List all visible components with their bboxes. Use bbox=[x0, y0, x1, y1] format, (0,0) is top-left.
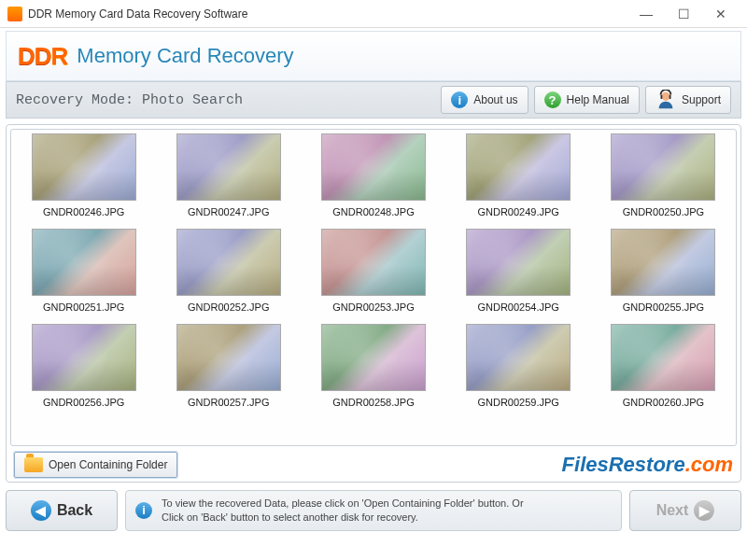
thumbnail-image bbox=[466, 324, 571, 391]
support-icon bbox=[655, 90, 676, 110]
thumbnail-image bbox=[611, 229, 715, 296]
open-row: Open Containing Folder FilesRestore.com bbox=[10, 452, 737, 478]
thumbnail-image bbox=[32, 229, 136, 296]
titlebar: DDR Memory Card Data Recovery Software —… bbox=[0, 0, 747, 28]
help-label: Help Manual bbox=[567, 93, 629, 106]
thumbnail-image bbox=[176, 133, 281, 201]
filename-label: GNDR00257.JPG bbox=[188, 397, 269, 408]
hint-panel: i To view the recovered Data, please cli… bbox=[125, 490, 622, 531]
logo: DDR bbox=[18, 42, 67, 71]
info-icon: i bbox=[451, 91, 468, 108]
thumbnail-item[interactable]: GNDR00252.JPG bbox=[158, 229, 299, 320]
thumbnail-item[interactable]: GNDR00259.JPG bbox=[448, 324, 589, 415]
close-button[interactable]: ✕ bbox=[702, 1, 740, 27]
thumbnail-item[interactable]: GNDR00246.JPG bbox=[13, 133, 154, 225]
thumbnail-image bbox=[176, 229, 281, 296]
thumbnail-grid: GNDR00246.JPGGNDR00247.JPGGNDR00248.JPGG… bbox=[11, 130, 736, 419]
filename-label: GNDR00253.JPG bbox=[332, 301, 414, 313]
filename-label: GNDR00251.JPG bbox=[43, 301, 124, 313]
thumbnail-item[interactable]: GNDR00260.JPG bbox=[593, 324, 734, 415]
help-icon: ? bbox=[544, 91, 561, 108]
open-containing-folder-button[interactable]: Open Containing Folder bbox=[14, 452, 177, 478]
thumbnail-item[interactable]: GNDR00257.JPG bbox=[158, 324, 299, 415]
filename-label: GNDR00256.JPG bbox=[43, 397, 124, 408]
thumbnail-image bbox=[32, 133, 136, 201]
filename-label: GNDR00259.JPG bbox=[477, 397, 558, 408]
thumbnail-image bbox=[466, 229, 571, 296]
thumbnail-image bbox=[321, 324, 426, 391]
thumbnail-grid-scroll[interactable]: GNDR00246.JPGGNDR00247.JPGGNDR00248.JPGG… bbox=[10, 129, 737, 446]
open-folder-label: Open Containing Folder bbox=[49, 458, 167, 471]
svg-point-0 bbox=[661, 92, 669, 101]
thumbnail-image bbox=[321, 133, 426, 201]
svg-rect-2 bbox=[669, 95, 671, 100]
mode-bar: Recovery Mode: Photo Search i About us ?… bbox=[6, 81, 741, 119]
filename-label: GNDR00247.JPG bbox=[188, 206, 269, 217]
help-button[interactable]: ? Help Manual bbox=[534, 86, 640, 114]
thumbnail-item[interactable]: GNDR00256.JPG bbox=[13, 324, 154, 415]
thumbnail-image bbox=[321, 229, 426, 296]
info-icon: i bbox=[135, 502, 152, 519]
filename-label: GNDR00249.JPG bbox=[477, 206, 558, 217]
filename-label: GNDR00250.JPG bbox=[623, 206, 704, 217]
filename-label: GNDR00258.JPG bbox=[332, 397, 414, 408]
filename-label: GNDR00252.JPG bbox=[188, 301, 269, 313]
next-button: Next ▶ bbox=[629, 490, 741, 531]
hint-line-2: Click on 'Back' button to select another… bbox=[162, 511, 524, 525]
thumbnail-item[interactable]: GNDR00247.JPG bbox=[158, 133, 299, 225]
thumbnail-item[interactable]: GNDR00255.JPG bbox=[593, 229, 734, 320]
thumbnail-image bbox=[611, 324, 715, 391]
filename-label: GNDR00248.JPG bbox=[332, 206, 414, 217]
thumbnail-image bbox=[32, 324, 136, 391]
svg-rect-1 bbox=[660, 95, 662, 100]
support-button[interactable]: Support bbox=[645, 86, 731, 114]
thumbnail-item[interactable]: GNDR00258.JPG bbox=[303, 324, 444, 415]
next-label: Next bbox=[656, 502, 689, 519]
about-button[interactable]: i About us bbox=[441, 86, 528, 114]
thumbnail-image bbox=[466, 133, 571, 201]
filename-label: GNDR00246.JPG bbox=[43, 206, 124, 217]
product-name: Memory Card Recovery bbox=[77, 44, 293, 68]
thumbnail-item[interactable]: GNDR00248.JPG bbox=[303, 133, 444, 225]
filename-label: GNDR00254.JPG bbox=[477, 301, 558, 313]
thumbnail-item[interactable]: GNDR00253.JPG bbox=[303, 229, 444, 320]
support-label: Support bbox=[682, 93, 721, 106]
maximize-button[interactable]: ☐ bbox=[665, 1, 702, 27]
thumbnail-item[interactable]: GNDR00249.JPG bbox=[448, 133, 589, 225]
minimize-button[interactable]: — bbox=[627, 1, 665, 27]
thumbnail-item[interactable]: GNDR00250.JPG bbox=[593, 133, 734, 225]
thumbnail-item[interactable]: GNDR00251.JPG bbox=[13, 229, 154, 320]
back-button[interactable]: ◀ Back bbox=[6, 490, 118, 531]
app-icon bbox=[7, 7, 22, 21]
footer: ◀ Back i To view the recovered Data, ple… bbox=[6, 490, 741, 531]
recovery-mode-label: Recovery Mode: Photo Search bbox=[16, 92, 435, 108]
hint-line-1: To view the recovered Data, please click… bbox=[162, 497, 524, 511]
thumbnail-image bbox=[611, 133, 715, 201]
about-label: About us bbox=[473, 93, 517, 106]
next-arrow-icon: ▶ bbox=[694, 500, 714, 521]
filename-label: GNDR00260.JPG bbox=[623, 397, 704, 408]
back-label: Back bbox=[57, 502, 92, 519]
folder-icon bbox=[24, 457, 43, 472]
back-arrow-icon: ◀ bbox=[31, 500, 51, 521]
filename-label: GNDR00255.JPG bbox=[623, 301, 704, 313]
content-panel: GNDR00246.JPGGNDR00247.JPGGNDR00248.JPGG… bbox=[6, 124, 741, 483]
window-title: DDR Memory Card Data Recovery Software bbox=[28, 7, 627, 21]
app-header: DDR Memory Card Recovery bbox=[6, 31, 741, 81]
thumbnail-item[interactable]: GNDR00254.JPG bbox=[448, 229, 589, 320]
thumbnail-image bbox=[176, 324, 281, 391]
brand-link[interactable]: FilesRestore.com bbox=[562, 453, 733, 477]
